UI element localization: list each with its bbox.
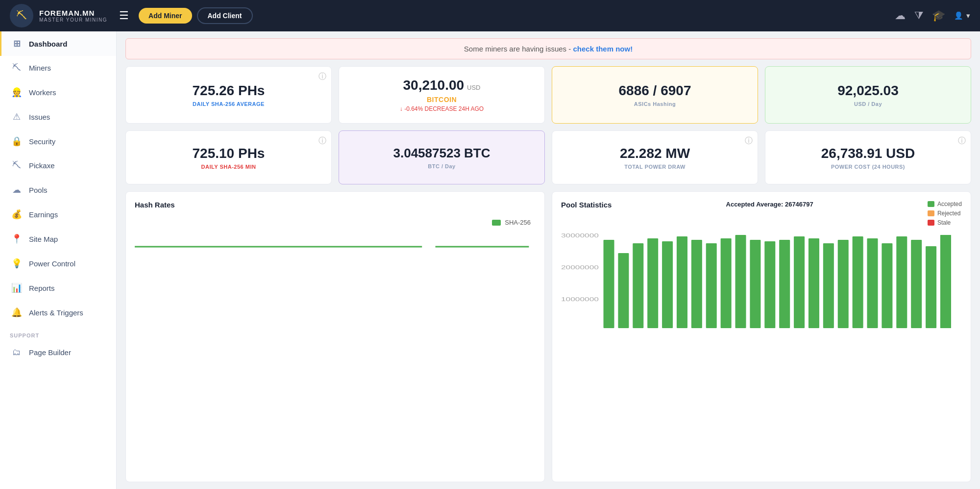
pool-stats-chart-card: Pool Statistics Accepted Average: 267467… — [552, 191, 971, 482]
svg-text:10000000: 10000000 — [561, 296, 599, 302]
pool-chart-area: 30000000 20000000 10000000 — [561, 230, 962, 473]
svg-rect-27 — [926, 246, 936, 328]
sidebar-item-miners[interactable]: ⛏ Miners — [0, 56, 116, 80]
info-icon-sha256min[interactable]: ⓘ — [318, 136, 326, 146]
pool-bars-svg: 30000000 20000000 10000000 — [561, 230, 962, 338]
info-icon-power[interactable]: ⓘ — [745, 136, 753, 146]
svg-rect-7 — [633, 243, 643, 328]
svg-rect-10 — [677, 236, 687, 328]
svg-rect-9 — [662, 241, 673, 328]
hashrate-chart-title: Hash Rates — [135, 201, 536, 209]
sha256-min-label: DAILY SHA-256 MIN — [201, 164, 256, 170]
sha256-legend-label: SHA-256 — [505, 219, 531, 226]
power-cost-label: POWER COST (24 HOURS) — [831, 164, 905, 170]
sidebar-label-page-builder: Page Builder — [29, 348, 71, 357]
bitcoin-price-unit: USD — [467, 84, 480, 91]
layout: ⊞ Dashboard ⛏ Miners 👷 Workers ⚠ Issues … — [0, 31, 980, 489]
stat-usd-day: 92,025.03 USD / Day — [765, 66, 971, 124]
svg-rect-11 — [691, 240, 702, 328]
add-client-button[interactable]: Add Client — [197, 7, 253, 24]
svg-rect-19 — [808, 238, 819, 328]
total-power-value: 22.282 MW — [620, 146, 690, 161]
graduate-icon[interactable]: 🎓 — [932, 9, 945, 22]
sidebar-label-issues: Issues — [29, 113, 50, 121]
btc-day-label: BTC / Day — [428, 163, 455, 169]
add-miner-button[interactable]: Add Miner — [139, 8, 192, 24]
reports-icon: 📊 — [11, 283, 22, 293]
usd-day-value: 92,025.03 — [837, 83, 899, 99]
svg-rect-20 — [823, 243, 834, 328]
earnings-icon: 💰 — [11, 209, 22, 220]
svg-rect-8 — [647, 238, 658, 328]
stats-grid: ⓘ 725.26 PHs DAILY SHA-256 AVERAGE 30,21… — [117, 59, 980, 191]
sidebar-label-earnings: Earnings — [29, 210, 58, 219]
bitcoin-label: BITCOIN — [427, 96, 457, 103]
sidebar-item-power-control[interactable]: 💡 Power Control — [0, 251, 116, 276]
sidebar-label-workers: Workers — [29, 88, 56, 97]
user-menu[interactable]: 👤 ▾ — [954, 11, 970, 20]
sidebar-item-pools[interactable]: ☁ Pools — [0, 178, 116, 202]
legend-rejected: Rejected — [928, 210, 962, 217]
sidebar-item-alerts[interactable]: 🔔 Alerts & Triggers — [0, 300, 116, 325]
svg-rect-14 — [735, 235, 746, 328]
legend-stale: Stale — [928, 219, 962, 226]
rejected-label: Rejected — [937, 210, 960, 217]
charts-row: Hash Rates SHA-256 Pool Statistics A — [117, 191, 980, 489]
pool-chart-title: Pool Statistics — [561, 201, 612, 209]
sidebar-item-workers[interactable]: 👷 Workers — [0, 80, 116, 104]
sidebar-item-dashboard[interactable]: ⊞ Dashboard — [0, 31, 116, 56]
sidebar-item-pickaxe[interactable]: ⛏ Pickaxe — [0, 154, 116, 178]
svg-rect-23 — [867, 238, 878, 328]
sidebar-label-power-control: Power Control — [29, 259, 75, 268]
svg-rect-18 — [794, 236, 805, 328]
sidebar-label-dashboard: Dashboard — [29, 40, 67, 48]
filter-icon[interactable]: ⧩ — [914, 9, 923, 22]
legend-accepted: Accepted — [928, 201, 962, 207]
accepted-label: Accepted — [937, 201, 962, 207]
info-icon-power-cost[interactable]: ⓘ — [958, 136, 966, 146]
stat-total-power: ⓘ 22.282 MW TOTAL POWER DRAW — [552, 130, 758, 184]
hashrate-chart-card: Hash Rates SHA-256 — [125, 191, 545, 482]
sha256-avg-label: DAILY SHA-256 AVERAGE — [193, 101, 265, 107]
svg-rect-17 — [779, 240, 790, 328]
sha256-avg-value: 725.26 PHs — [193, 83, 265, 99]
dashboard-icon: ⊞ — [11, 38, 22, 49]
workers-icon: 👷 — [11, 87, 22, 98]
sidebar-item-security[interactable]: 🔒 Security — [0, 129, 116, 154]
stat-btc-day: 3.04587523 BTC BTC / Day — [339, 130, 545, 184]
sidebar-item-earnings[interactable]: 💰 Earnings — [0, 202, 116, 227]
pools-icon: ☁ — [11, 184, 22, 195]
svg-text:30000000: 30000000 — [561, 232, 599, 238]
stat-sha256-avg: ⓘ 725.26 PHs DAILY SHA-256 AVERAGE — [125, 66, 332, 124]
cloud-upload-icon[interactable]: ☁ — [895, 9, 906, 22]
bitcoin-price-value: 30,210.00 — [403, 77, 464, 93]
user-avatar-icon: 👤 — [954, 11, 963, 20]
sidebar-section-support: SUPPORT — [0, 325, 116, 340]
accepted-dot — [928, 201, 934, 207]
sidebar-item-reports[interactable]: 📊 Reports — [0, 276, 116, 300]
sidebar-item-page-builder[interactable]: 🗂 Page Builder — [0, 340, 116, 364]
pool-chart-header: Pool Statistics Accepted Average: 267467… — [561, 201, 962, 226]
sidebar-label-security: Security — [29, 137, 55, 146]
alert-link[interactable]: check them now! — [573, 45, 633, 53]
info-icon-sha256avg[interactable]: ⓘ — [318, 72, 326, 82]
power-cost-value: 26,738.91 USD — [821, 146, 915, 161]
miners-icon: ⛏ — [11, 63, 22, 73]
total-power-label: TOTAL POWER DRAW — [624, 164, 686, 170]
sidebar: ⊞ Dashboard ⛏ Miners 👷 Workers ⚠ Issues … — [0, 31, 117, 489]
menu-hamburger-icon[interactable]: ☰ — [119, 9, 129, 22]
pickaxe-icon: ⛏ — [11, 160, 22, 171]
brand-tagline: MASTER YOUR MINING — [39, 17, 107, 23]
rejected-dot — [928, 210, 934, 216]
sidebar-item-sitemap[interactable]: 📍 Site Map — [0, 227, 116, 251]
user-dropdown-icon: ▾ — [966, 11, 970, 20]
sidebar-item-issues[interactable]: ⚠ Issues — [0, 104, 116, 129]
stat-power-cost: ⓘ 26,738.91 USD POWER COST (24 HOURS) — [765, 130, 971, 184]
btc-day-value: 3.04587523 BTC — [393, 146, 490, 161]
security-icon: 🔒 — [11, 136, 22, 147]
pool-legend: Accepted Rejected Stale — [928, 201, 962, 226]
asics-value: 6886 / 6907 — [619, 83, 691, 99]
issues-icon: ⚠ — [11, 111, 22, 122]
bitcoin-decrease: ↓ -0.64% DECREASE 24H AGO — [400, 105, 484, 112]
sidebar-label-reports: Reports — [29, 284, 55, 292]
